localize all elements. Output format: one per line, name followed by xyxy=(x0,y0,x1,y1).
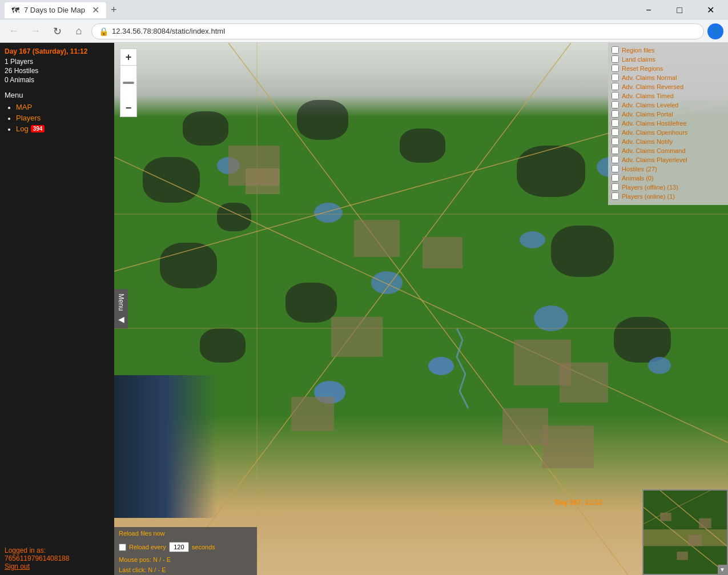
adv-claims-leveled-checkbox[interactable] xyxy=(612,101,619,108)
home-button[interactable]: ⌂ xyxy=(70,22,88,41)
minimize-button[interactable]: − xyxy=(636,0,662,20)
mouse-pos-bar: Mouse pos: N / - E xyxy=(114,554,257,565)
panel-item-animals: Animals (0) xyxy=(612,174,725,182)
adv-claims-timed-label[interactable]: Adv. Claims Timed xyxy=(622,93,674,99)
water-patch-1 xyxy=(217,157,240,174)
reload-interval-input[interactable] xyxy=(169,542,189,552)
adv-claims-reversed-checkbox[interactable] xyxy=(612,83,619,90)
new-tab-button[interactable]: + xyxy=(111,4,117,16)
adv-claims-notify-label[interactable]: Adv. Claims Notify xyxy=(622,138,673,145)
panel-item-hostiles: Hostiles (27) xyxy=(612,165,725,172)
adv-claims-normal-label[interactable]: Adv. Claims Normal xyxy=(622,74,677,81)
sign-out-button[interactable]: Sign out xyxy=(5,562,69,570)
adv-claims-command-checkbox[interactable] xyxy=(612,147,619,154)
panel-item-adv-portal: Adv. Claims Portal xyxy=(612,110,725,118)
reload-page-button[interactable]: ↻ xyxy=(48,22,66,41)
water-patch-6 xyxy=(534,305,568,331)
adv-claims-reversed-label[interactable]: Adv. Claims Reversed xyxy=(622,83,683,90)
svg-rect-23 xyxy=(660,513,671,521)
reload-label: Reload every xyxy=(129,544,166,550)
adv-claims-openhours-checkbox[interactable] xyxy=(612,128,619,136)
adv-claims-portal-label[interactable]: Adv. Claims Portal xyxy=(622,111,673,118)
players-offline-checkbox[interactable] xyxy=(612,183,619,191)
dark-patch-4 xyxy=(297,100,348,140)
dark-patch-5 xyxy=(400,128,445,163)
panel-item-adv-timed: Adv. Claims Timed xyxy=(612,92,725,99)
menu-tab[interactable]: Menu ◀ xyxy=(114,289,128,328)
adv-claims-openhours-label[interactable]: Adv. Claims Openhours xyxy=(622,129,687,136)
forward-button[interactable]: → xyxy=(26,22,45,41)
zoom-slider[interactable] xyxy=(120,66,137,100)
address-bar[interactable]: 🔒 12.34.56.78:8084/static/index.html xyxy=(91,23,704,39)
log-badge: 394 xyxy=(31,125,45,132)
reload-settings-bar: Reload every seconds xyxy=(114,540,257,554)
map-link[interactable]: MAP xyxy=(16,103,110,111)
panel-item-adv-command: Adv. Claims Command xyxy=(612,147,725,154)
menu-item-map[interactable]: MAP xyxy=(16,103,110,111)
svg-rect-26 xyxy=(699,518,711,529)
back-button[interactable]: ← xyxy=(5,22,23,41)
maximize-button[interactable]: □ xyxy=(666,0,693,20)
log-link[interactable]: Log 394 xyxy=(16,124,110,133)
minimap-scroll-button[interactable]: ▼ xyxy=(718,565,727,574)
profile-icon[interactable]: 👤 xyxy=(707,23,723,39)
land-claims-label[interactable]: Land claims xyxy=(622,56,655,63)
panel-item-adv-normal: Adv. Claims Normal xyxy=(612,74,725,81)
region-files-label[interactable]: Region files xyxy=(622,47,654,54)
svg-rect-24 xyxy=(688,535,702,546)
browser-tab[interactable]: 🗺 7 Days to Die Map ✕ xyxy=(5,2,106,18)
land-claims-checkbox[interactable] xyxy=(612,55,619,63)
close-button[interactable]: ✕ xyxy=(697,0,723,20)
map-area[interactable]: + − Menu ◀ Region files Land claims Rese… xyxy=(114,43,728,575)
water-patch-3 xyxy=(520,231,545,248)
menu-item-log[interactable]: Log 394 xyxy=(16,124,110,133)
terrain-ocean-left xyxy=(114,375,217,518)
day-info-label: Day 167, 11:12 xyxy=(555,498,602,506)
menu-tab-arrow: ◀ xyxy=(116,315,126,324)
animals-checkbox[interactable] xyxy=(612,174,619,182)
tab-title: 7 Days to Die Map xyxy=(24,6,85,14)
panel-item-region-files: Region files xyxy=(612,46,725,54)
adv-claims-command-label[interactable]: Adv. Claims Command xyxy=(622,147,686,154)
reset-regions-checkbox[interactable] xyxy=(612,65,619,72)
menu-tab-label: Menu xyxy=(117,293,125,311)
animals-stat: 0 Animals xyxy=(5,76,110,84)
lock-icon: 🔒 xyxy=(99,27,108,36)
menu-item-players[interactable]: Players xyxy=(16,114,110,122)
tab-close-button[interactable]: ✕ xyxy=(92,5,99,15)
adv-claims-hostilefree-checkbox[interactable] xyxy=(612,119,619,127)
adv-claims-normal-checkbox[interactable] xyxy=(612,74,619,81)
players-online-checkbox[interactable] xyxy=(612,192,619,200)
adv-claims-playerlevel-checkbox[interactable] xyxy=(612,156,619,163)
animals-label[interactable]: Animals (0) xyxy=(622,175,654,182)
hostiles-checkbox[interactable] xyxy=(612,165,619,172)
browser-navbar: ← → ↻ ⌂ 🔒 12.34.56.78:8084/static/index.… xyxy=(0,20,728,43)
water-patch-7 xyxy=(648,357,671,374)
adv-claims-leveled-label[interactable]: Adv. Claims Leveled xyxy=(622,102,678,108)
user-id: 76561197961408188 xyxy=(5,554,69,562)
hostiles-label[interactable]: Hostiles (27) xyxy=(622,166,657,172)
minimap-inner: ▼ xyxy=(643,490,727,574)
players-stat: 1 Players xyxy=(5,58,110,66)
zoom-handle[interactable] xyxy=(123,82,134,84)
panel-item-reset-regions: Reset Regions xyxy=(612,65,725,72)
adv-claims-playerlevel-label[interactable]: Adv. Claims Playerlevel xyxy=(622,156,687,163)
auto-reload-checkbox[interactable] xyxy=(119,544,126,551)
adv-claims-hostilefree-label[interactable]: Adv. Claims Hostilefree xyxy=(622,120,687,127)
minimap-roads-svg xyxy=(643,490,727,574)
water-patch-9 xyxy=(428,357,454,375)
reset-regions-label[interactable]: Reset Regions xyxy=(622,65,663,72)
zoom-out-button[interactable]: − xyxy=(120,100,137,117)
players-online-label[interactable]: Players (online) (1) xyxy=(622,193,675,200)
players-link[interactable]: Players xyxy=(16,114,110,122)
adv-claims-portal-checkbox[interactable] xyxy=(612,110,619,118)
region-files-checkbox[interactable] xyxy=(612,46,619,54)
hostiles-stat: 26 Hostiles xyxy=(5,67,110,75)
water-patch-8 xyxy=(314,381,345,404)
dark-patch-6 xyxy=(517,146,585,197)
dark-patch-8 xyxy=(285,283,337,323)
players-offline-label[interactable]: Players (offline) (13) xyxy=(622,184,678,191)
adv-claims-timed-checkbox[interactable] xyxy=(612,92,619,99)
adv-claims-notify-checkbox[interactable] xyxy=(612,138,619,145)
zoom-in-button[interactable]: + xyxy=(120,49,137,66)
